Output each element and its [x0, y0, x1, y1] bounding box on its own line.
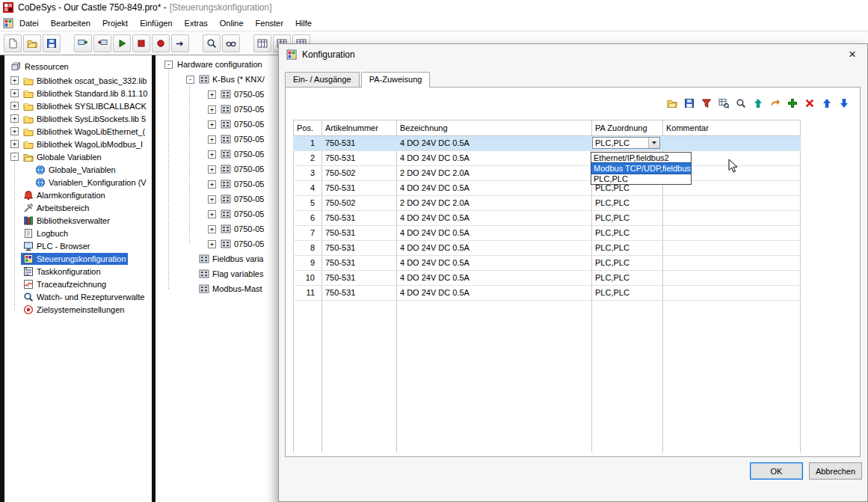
tab-ein-ausg-nge[interactable]: Ein- / Ausgänge — [285, 72, 360, 87]
cell-kommentar[interactable] — [662, 271, 800, 285]
table-row[interactable]: 5750-5022 DO 24V DC 2.0APLC,PLC — [293, 196, 801, 211]
add-button[interactable] — [786, 97, 799, 110]
sort-button[interactable] — [751, 97, 765, 110]
resource-item-zielsystemeinstellungen[interactable]: Zielsystemeinstellungen — [4, 303, 152, 316]
cell-pa-zuordnung[interactable]: PLC,PLC — [591, 271, 662, 285]
ok-button[interactable]: OK — [750, 462, 803, 480]
global-search-button[interactable] — [203, 34, 221, 52]
resource-item-globale-variablen[interactable]: -Globale Variablen — [4, 150, 152, 163]
pa-zuordnung-combobox[interactable]: PLC,PLC — [592, 137, 660, 149]
dropdown-option-plc-plc[interactable]: PLC,PLC — [591, 174, 691, 184]
expand-plus-icon[interactable]: + — [208, 210, 216, 218]
cell-kommentar[interactable] — [662, 196, 800, 210]
new-file-button[interactable] — [4, 34, 22, 52]
table-row[interactable]: 9750-5314 DO 24V DC 0.5APLC,PLC — [293, 256, 801, 271]
run-button[interactable] — [113, 34, 131, 52]
resource-item-taskkonfiguration[interactable]: Taskkonfiguration — [4, 265, 152, 278]
breakpoint-button[interactable] — [152, 34, 170, 52]
watch-button[interactable] — [222, 34, 240, 52]
tab-pa-zuweisung[interactable]: PA-Zuweisung — [361, 72, 431, 88]
menu-hilfe[interactable]: Hilfe — [289, 16, 318, 31]
logout-button[interactable] — [93, 34, 111, 52]
login-button[interactable] — [74, 34, 92, 52]
open-button[interactable] — [665, 97, 679, 110]
menu-fenster[interactable]: Fenster — [250, 16, 289, 31]
expand-plus-icon[interactable]: + — [208, 240, 216, 248]
menu-bearbeiten[interactable]: Bearbeiten — [45, 16, 96, 31]
close-icon[interactable]: × — [843, 46, 861, 64]
expand-plus-icon[interactable]: + — [208, 91, 216, 99]
cell-kommentar[interactable] — [662, 226, 800, 240]
resource-item-steuerungskonfiguration[interactable]: Steuerungskonfiguration — [4, 252, 152, 265]
resource-item-bibliothek-oscat-basic-332-lib[interactable]: +Bibliothek oscat_basic_332.lib — [4, 74, 152, 87]
expand-plus-icon[interactable]: + — [208, 105, 216, 114]
menu-projekt[interactable]: Projekt — [96, 16, 134, 31]
table-row[interactable]: 1750-5314 DO 24V DC 0.5APLC,PLC — [293, 136, 801, 151]
expand-plus-icon[interactable]: + — [10, 140, 19, 148]
zoom-button[interactable] — [734, 97, 748, 110]
table-row[interactable]: 11750-5314 DO 24V DC 0.5APLC,PLC — [293, 286, 801, 301]
resource-item-arbeitsbereich[interactable]: Arbeitsbereich — [4, 201, 152, 214]
resource-item-bibliothek-standard-lib-8-11-10[interactable]: +Bibliothek Standard.lib 8.11.10 — [4, 87, 152, 100]
menu-extras[interactable]: Extras — [179, 16, 214, 31]
cell-pa-zuordnung[interactable]: PLC,PLC — [591, 286, 662, 300]
collapse-minus-icon[interactable]: - — [186, 76, 194, 84]
expand-plus-icon[interactable]: + — [10, 102, 19, 110]
collapse-minus-icon[interactable]: - — [10, 153, 19, 161]
resource-item-traceaufzeichnung[interactable]: Traceaufzeichnung — [4, 278, 152, 290]
config-view-button[interactable] — [253, 34, 271, 52]
open-project-button[interactable] — [23, 34, 41, 52]
expand-plus-icon[interactable]: + — [208, 150, 216, 159]
menu-einf-gen[interactable]: Einfügen — [134, 16, 178, 31]
table-row[interactable]: 4750-5314 DO 24V DC 0.5APLC,PLC — [293, 181, 801, 196]
cell-pa-zuordnung[interactable]: PLC,PLC — [591, 136, 662, 150]
dropdown-option-ethernet-ip-fieldbus2[interactable]: Ethernet/IP,fieldbus2 — [591, 153, 691, 163]
move-up-button[interactable] — [820, 97, 834, 110]
dropdown-arrow-icon[interactable] — [648, 138, 659, 148]
expand-plus-icon[interactable]: + — [10, 76, 19, 85]
stop-button[interactable] — [132, 34, 150, 52]
resource-item-variablen-konfiguration-v[interactable]: Variablen_Konfiguration (V — [4, 176, 152, 189]
step-over-button[interactable] — [171, 34, 189, 52]
expand-plus-icon[interactable]: + — [208, 165, 216, 174]
cell-pa-zuordnung[interactable]: PLC,PLC — [591, 196, 662, 210]
delete-button[interactable] — [803, 97, 816, 110]
resource-item-bibliotheksverwalter[interactable]: Bibliotheksverwalter — [4, 214, 152, 227]
resource-item-globale-variablen[interactable]: Globale_Variablen — [4, 163, 152, 176]
expand-plus-icon[interactable]: + — [10, 127, 19, 135]
menu-online[interactable]: Online — [214, 16, 250, 31]
filter-button[interactable] — [700, 97, 713, 110]
resource-item-logbuch[interactable]: Logbuch — [4, 227, 152, 239]
resource-item-plc-browser[interactable]: PLC - Browser — [4, 239, 152, 252]
expand-plus-icon[interactable]: + — [208, 225, 216, 233]
save-button[interactable] — [683, 97, 696, 110]
resource-item-bibliothek-wagolibmodbus-i[interactable]: +Bibliothek WagoLibModbus_I — [4, 138, 152, 150]
expand-plus-icon[interactable]: + — [10, 89, 19, 97]
cell-pa-zuordnung[interactable]: PLC,PLC — [591, 256, 662, 270]
cell-kommentar[interactable] — [662, 211, 800, 225]
table-row[interactable]: 6750-5314 DO 24V DC 0.5APLC,PLC — [293, 211, 801, 226]
table-row[interactable]: 3750-5022 DO 24V DC 2.0APLC,PLC — [293, 166, 801, 181]
menu-datei[interactable]: Datei — [13, 16, 45, 31]
cell-kommentar[interactable] — [662, 241, 800, 255]
expand-plus-icon[interactable]: + — [208, 120, 216, 129]
cell-kommentar[interactable] — [662, 256, 800, 270]
table-row[interactable]: 2750-5314 DO 24V DC 0.5APLC,PLC — [293, 151, 801, 166]
table-row[interactable]: 8750-5314 DO 24V DC 0.5APLC,PLC — [293, 241, 801, 256]
expand-plus-icon[interactable]: + — [208, 195, 216, 203]
dropdown-option-modbus-tcp-udp-fieldbus1[interactable]: Modbus TCP/UDP,fieldbus1 — [591, 163, 691, 174]
resource-item-alarmkonfiguration[interactable]: Alarmkonfiguration — [4, 189, 152, 201]
cell-kommentar[interactable] — [662, 286, 800, 300]
cancel-button[interactable]: Abbrechen — [809, 462, 862, 480]
expand-plus-icon[interactable]: + — [10, 114, 19, 123]
table-row[interactable]: 7750-5314 DO 24V DC 0.5APLC,PLC — [293, 226, 801, 241]
cell-pa-zuordnung[interactable]: PLC,PLC — [591, 211, 662, 225]
cell-kommentar[interactable] — [662, 136, 800, 150]
resource-item-bibliothek-syslibcallback[interactable]: +Bibliothek SYSLIBCALLBACK — [4, 100, 152, 112]
cell-pa-zuordnung[interactable]: PLC,PLC — [591, 226, 662, 240]
cell-pa-zuordnung[interactable]: PLC,PLC — [591, 241, 662, 255]
resource-item-watch-und-rezepturverwalte[interactable]: Watch- und Rezepturverwalte — [4, 290, 152, 303]
table-row[interactable]: 10750-5314 DO 24V DC 0.5APLC,PLC — [293, 271, 801, 286]
save-project-button[interactable] — [43, 34, 61, 52]
redo-button[interactable] — [769, 97, 782, 110]
